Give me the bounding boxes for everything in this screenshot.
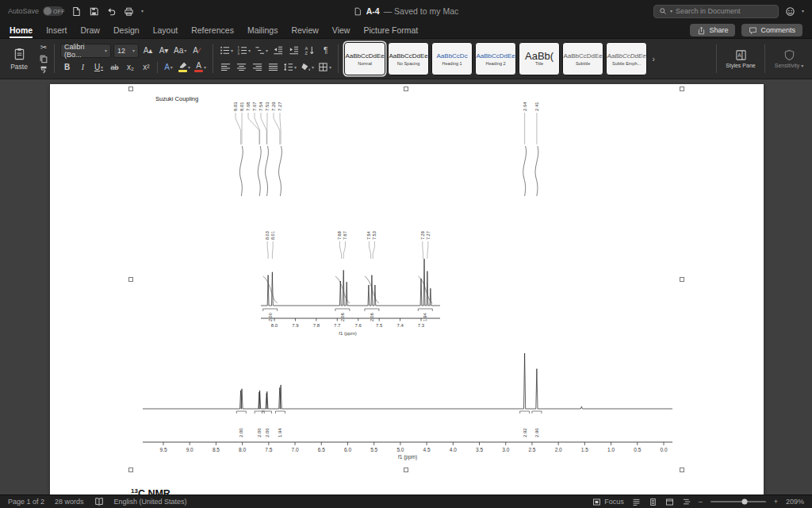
zoom-in-button[interactable]: +	[774, 498, 778, 506]
word-count[interactable]: 28 words	[55, 498, 84, 506]
selection-handle-middle-left[interactable]	[128, 277, 133, 282]
selection-handle-bottom-right[interactable]	[680, 468, 684, 472]
focus-button[interactable]: Focus	[592, 498, 624, 506]
svg-text:7.27: 7.27	[278, 102, 282, 111]
paste-label: Paste	[10, 63, 28, 71]
nmr-figure[interactable]: Suzuki Coupling9.59.08.58.07.57.06.56.05…	[50, 84, 764, 495]
svg-text:7.53: 7.53	[265, 102, 270, 111]
tab-design[interactable]: Design	[113, 22, 140, 38]
change-case-button[interactable]: Aa▾	[173, 43, 187, 58]
font-name-select[interactable]: Calibri (Bo...▾	[60, 44, 111, 58]
svg-text:7.9: 7.9	[292, 323, 299, 328]
svg-text:5.0: 5.0	[396, 447, 404, 452]
style-card-heading-1[interactable]: AaBbCcDcHeading 1	[431, 42, 473, 75]
share-button[interactable]: Share	[690, 24, 735, 37]
style-card-normal[interactable]: AaBbCcDdEeNormal	[344, 42, 385, 75]
zoom-slider-thumb[interactable]	[742, 499, 748, 505]
style-card-subtitle[interactable]: AaBbCcDdEeSubtitle	[562, 42, 603, 75]
selection-handle-top-right[interactable]	[680, 87, 684, 91]
language-indicator[interactable]: English (United States)	[114, 498, 187, 506]
subscript-button[interactable]: x₂	[124, 60, 137, 75]
focus-icon	[592, 498, 601, 506]
paste-button[interactable]: Paste	[5, 41, 33, 76]
shrink-font-button[interactable]: A▾	[157, 43, 170, 58]
increase-indent-icon[interactable]	[287, 43, 301, 58]
format-painter-icon[interactable]	[39, 65, 48, 75]
tab-review[interactable]: Review	[291, 22, 318, 38]
comments-button[interactable]: Comments	[741, 24, 802, 37]
tab-home[interactable]: Home	[10, 22, 33, 38]
view-web-layout-icon[interactable]	[665, 498, 674, 506]
selection-handle-bottom-middle[interactable]	[404, 468, 408, 472]
tab-picture-format[interactable]: Picture Format	[363, 22, 418, 38]
zoom-level[interactable]: 209%	[786, 498, 804, 506]
document-icon[interactable]	[71, 6, 82, 17]
view-read-mode-icon[interactable]	[632, 498, 641, 506]
search-input[interactable]: ▾ Search in Document	[653, 5, 779, 18]
strikethrough-button[interactable]: ab	[108, 60, 121, 75]
undo-icon[interactable]	[106, 6, 117, 17]
bold-button[interactable]: B	[60, 60, 74, 75]
borders-icon[interactable]: ▾	[317, 60, 332, 75]
tab-insert[interactable]: Insert	[46, 22, 67, 38]
cut-icon[interactable]: ✂	[39, 43, 48, 52]
tab-draw[interactable]: Draw	[80, 22, 100, 38]
style-card-title[interactable]: AaBb(Title	[519, 42, 560, 75]
style-card-heading-2[interactable]: AaBbCcDdEeHeading 2	[475, 42, 516, 75]
font-color-button[interactable]: A▾	[193, 60, 207, 75]
superscript-button[interactable]: x²	[140, 60, 153, 75]
save-icon[interactable]	[89, 6, 99, 17]
nmr-spectrum-image[interactable]: Suzuki Coupling9.59.08.58.07.57.06.56.05…	[50, 84, 764, 495]
feedback-smiley-icon[interactable]	[785, 6, 795, 17]
underline-button[interactable]: U▾	[92, 60, 105, 75]
document-page[interactable]: Suzuki Coupling9.59.08.58.07.57.06.56.05…	[50, 84, 764, 495]
zoom-slider[interactable]	[710, 501, 766, 502]
align-right-icon[interactable]	[251, 60, 264, 75]
zoom-out-button[interactable]: –	[699, 498, 703, 506]
copy-icon[interactable]	[39, 54, 48, 64]
text-effects-button[interactable]: A▾	[162, 60, 175, 75]
align-justify-icon[interactable]	[266, 60, 280, 75]
style-card-subtle-emphasis[interactable]: AaBbCcDdEeSubtle Emph...	[606, 42, 647, 75]
selection-handle-top-left[interactable]	[128, 87, 133, 91]
toolbar-chevron-down-icon[interactable]: ▾	[141, 9, 144, 13]
selection-handle-top-middle[interactable]	[404, 87, 408, 91]
ribbon-tab-row: Home Insert Draw Design Layout Reference…	[0, 22, 812, 38]
tab-layout[interactable]: Layout	[153, 22, 178, 38]
font-size-select[interactable]: 12▾	[113, 44, 139, 58]
selection-handle-middle-right[interactable]	[680, 277, 684, 282]
decrease-indent-icon[interactable]	[271, 43, 285, 58]
selection-handle-bottom-left[interactable]	[128, 468, 133, 472]
tab-mailings[interactable]: Mailings	[247, 22, 278, 38]
sort-icon[interactable]: AZ	[303, 43, 316, 58]
grow-font-button[interactable]: A▴	[141, 43, 155, 58]
styles-pane-button[interactable]: A Styles Pane	[722, 41, 759, 76]
view-print-layout-icon[interactable]	[649, 498, 657, 506]
align-center-icon[interactable]	[235, 60, 248, 75]
align-left-icon[interactable]	[219, 60, 232, 75]
proofing-book-icon[interactable]	[94, 497, 104, 506]
document-canvas[interactable]: Suzuki Coupling9.59.08.58.07.57.06.56.05…	[0, 79, 812, 495]
autosave-switch[interactable]: OFF	[43, 6, 63, 16]
smiley-chevron-icon[interactable]: ▾	[802, 9, 804, 13]
svg-text:8.0: 8.0	[271, 323, 278, 328]
tab-references[interactable]: References	[191, 22, 234, 38]
line-spacing-icon[interactable]: ▾	[282, 60, 297, 75]
view-outline-icon[interactable]	[682, 498, 691, 506]
print-icon[interactable]	[124, 6, 134, 17]
highlight-color-button[interactable]: ▾	[178, 60, 191, 75]
styles-gallery-expand-icon[interactable]: ›	[649, 55, 657, 64]
sensitivity-button[interactable]: Sensitivity▾	[771, 41, 807, 76]
shading-icon[interactable]: ▾	[300, 60, 315, 75]
page-indicator[interactable]: Page 1 of 2	[8, 498, 44, 506]
svg-text:7.7: 7.7	[334, 323, 341, 328]
tab-view[interactable]: View	[332, 22, 350, 38]
bullet-list-icon[interactable]: ▾	[219, 43, 234, 58]
clear-formatting-button[interactable]: A∕	[190, 43, 203, 58]
numbered-list-icon[interactable]: 123▾	[236, 43, 251, 58]
multilevel-list-icon[interactable]: ▾	[254, 43, 269, 58]
style-card-no-spacing[interactable]: AaBbCcDdEeNo Spacing	[388, 42, 429, 75]
autosave-toggle[interactable]: AutoSave OFF	[8, 6, 63, 16]
pilcrow-icon[interactable]: ¶	[319, 43, 332, 58]
italic-button[interactable]: I	[76, 60, 90, 75]
